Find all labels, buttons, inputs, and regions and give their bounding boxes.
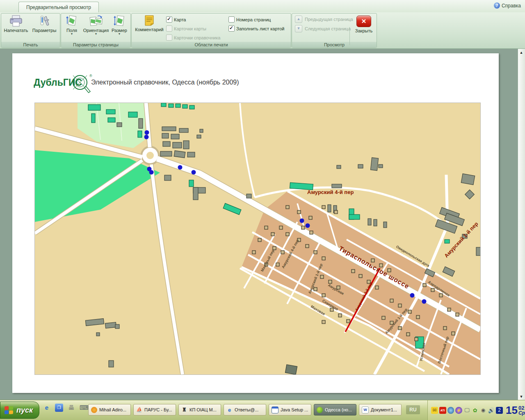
logo-reg-mark: ® [89,74,92,78]
checkbox-map[interactable]: Карта [166,16,186,23]
print-button[interactable]: Напечатать [3,15,29,33]
next-page-label: Следующая страница [305,26,351,31]
scroll-up-arrow[interactable]: ▲ [519,50,524,55]
next-page-button[interactable]: ▼ Следующая страница [295,25,351,32]
task-kp-oiac-label: КП ОІАЦ М... [189,407,217,412]
ati-tray-icon[interactable]: ATI [439,407,446,414]
help-icon: ? [494,2,500,9]
task-otvety[interactable]: e Ответы@... [224,404,266,415]
checkbox-ref-cards-box [166,34,172,41]
close-button-label: Закрыть [355,28,372,33]
help-label: Справка [502,3,521,9]
margins-icon [66,15,78,27]
next-page-icon: ▼ [295,25,302,32]
task-otvety-icon: e [226,407,233,413]
prev-page-button[interactable]: ▲ Предыдущая страница [295,16,353,23]
volume-tray-icon[interactable]: 🔊 [488,407,495,414]
print-button-label: Напечатать [4,28,28,33]
orientation-icon [89,15,103,27]
tab-strip: Предварительный просмотр ? Справка [0,0,525,13]
quick-launch: e ❐ 🖶 ⌨ [43,404,88,412]
mail-tray-icon[interactable]: ✉ [431,407,438,414]
task-mihail-label: Mihail Adiro... [99,407,126,412]
checkbox-fill-sheet-label: Заполнить лист картой [236,26,284,31]
checkbox-fill-sheet[interactable]: Заполнить лист картой [228,25,284,32]
group-view-label: Просмотр [292,42,377,48]
checkbox-ref-cards[interactable]: Карточки справочника [166,34,220,41]
ribbon: Печать Параметры страницы Области печати… [0,12,525,49]
device-icon[interactable]: ⌨ [80,404,88,412]
show-desktop-icon[interactable]: ❐ [55,404,63,412]
page-title: Электронный справочник, Одесса (ноябрь 2… [91,79,239,86]
clock-hour: 15 [506,405,518,415]
close-button[interactable]: ✕ Закрыть [354,16,374,33]
margins-dropdown-arrow[interactable]: ▼ [63,33,81,35]
dublgis-tray-icon[interactable]: 2 [496,407,503,414]
network-tray-icon[interactable]: 🖵 [463,407,470,414]
checkbox-page-numbers-box [228,16,235,23]
parameters-button-label: Параметры [32,28,57,33]
internet-explorer-icon[interactable]: e [43,404,51,412]
label-amursky4-main: Амурский 4-й пер [307,189,354,195]
taskbar-clock[interactable]: 15 02 Ср [506,405,525,415]
task-parus-label: ПАРУС - Бу... [144,407,172,412]
checkbox-page-numbers-label: Номера страниц [236,17,271,22]
task-kp-oiac-icon: ♜ [181,407,187,413]
taskbar: пуск e ❐ 🖶 ⌨ Mihail Adiro... ⛵ ПАРУС - Б… [0,400,525,420]
messenger-tray-icon[interactable] [447,407,454,414]
checkbox-map-box [166,16,172,23]
printer-tray-icon[interactable]: 🖶 [67,404,75,412]
start-label: пуск [16,406,33,415]
group-print-areas-label: Области печати [132,42,291,48]
task-kp-oiac[interactable]: ♜ КП ОІАЦ М... [178,404,221,415]
task-document1[interactable]: W Документ1... [359,404,402,415]
app-window: Предварительный просмотр ? Справка Печат… [0,0,525,420]
view-group-separator [349,27,350,45]
help-button[interactable]: ? Справка [494,2,521,9]
task-parus-icon: ⛵ [136,407,142,413]
vertical-scrollbar[interactable]: ▲ ▼ [518,49,525,400]
prev-page-label: Предыдущая страница [305,17,353,22]
print-page: ДубльГИС ® Электронный справочник, Одесс… [12,53,499,393]
checkbox-page-numbers[interactable]: Номера страниц [228,16,271,23]
tab-print-preview[interactable]: Предварительный просмотр [18,2,99,13]
task-mihail[interactable]: Mihail Adiro... [88,404,131,415]
group-page-setup-label: Параметры страницы [61,42,130,48]
prev-page-icon: ▲ [295,16,302,23]
task-otvety-label: Ответы@... [235,407,258,412]
task-java-setup-label: Java Setup ... [281,407,308,412]
tools-icon [37,15,51,27]
icq-tray-icon[interactable]: ✿ [472,407,479,414]
system-tray: ✉ ATI ⚡ 🖵 ✿ ◉ 🔊 2 15 02 Ср [427,400,525,420]
comment-button[interactable]: Комментарий [133,15,165,32]
map-view[interactable]: Амурский 4-й пер Тираспольское шоссе Аму… [34,103,481,375]
group-print-label: Печать [1,42,60,48]
task-java-setup[interactable]: Java Setup ... [269,404,311,415]
clock-minute: 02 [518,405,525,411]
orientation-dropdown-arrow[interactable]: ▼ [82,33,110,35]
orientation-button[interactable]: Ориентация ▼ [82,15,110,35]
checkbox-ref-cards-label: Карточки справочника [174,35,220,40]
checkbox-fill-sheet-box [228,25,235,32]
start-button[interactable]: пуск [0,402,39,419]
size-button[interactable]: Размер ▼ [110,15,129,35]
margins-button[interactable]: Поля ▼ [63,15,81,35]
task-document1-label: Документ1... [371,407,397,412]
clock-day: Ср [518,411,525,415]
task-java-setup-icon [272,406,278,413]
language-indicator[interactable]: RU [406,405,420,414]
checkbox-map-cards-label: Карточки карты [174,26,206,31]
task-parus[interactable]: ⛵ ПАРУС - Бу... [133,404,176,415]
checkbox-map-label: Карта [174,17,186,22]
size-dropdown-arrow[interactable]: ▼ [110,33,129,35]
checkbox-map-cards[interactable]: Карточки карты [166,25,206,32]
logo-text: ДубльГИС [34,77,82,88]
task-odessa-active[interactable]: Одесса (но... [314,404,356,415]
dublgis-logo: ДубльГИС ® [34,73,95,97]
power-tray-icon[interactable]: ⚡ [455,407,462,414]
audio-device-tray-icon[interactable]: ◉ [480,407,487,414]
parameters-button[interactable]: Параметры [31,15,57,33]
task-odessa-label: Одесса (но... [325,407,352,412]
scroll-down-arrow[interactable]: ▼ [519,394,524,399]
task-document1-icon: W [362,406,369,413]
